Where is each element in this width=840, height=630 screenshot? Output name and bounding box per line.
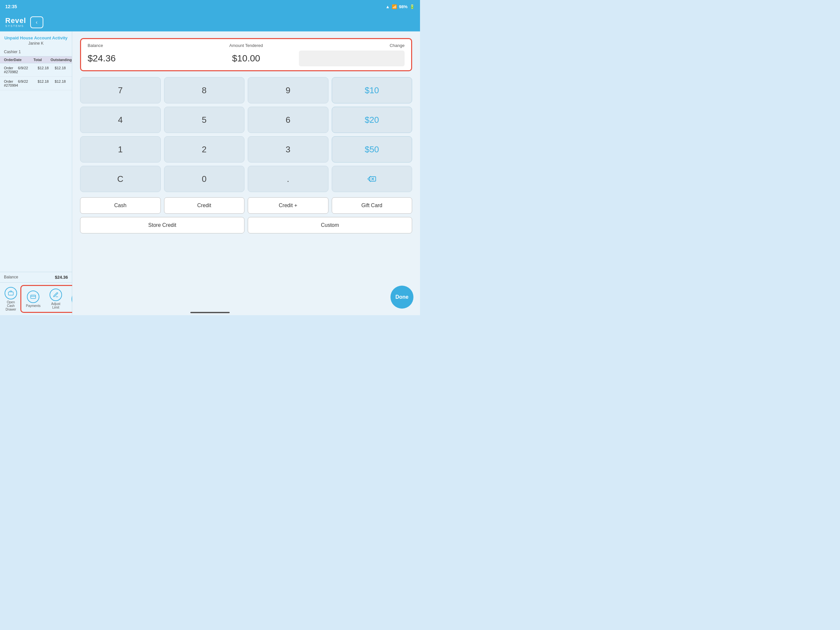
- num-9-button[interactable]: 9: [248, 77, 328, 103]
- home-indicator: [190, 312, 230, 313]
- order-total: $12.18: [38, 79, 55, 87]
- table-row[interactable]: Order #270982 6/9/22 $12.18 $12.18: [0, 63, 72, 77]
- col-order: Order: [4, 58, 14, 62]
- main-layout: Unpaid House Account Activity Janine K C…: [0, 32, 420, 315]
- payments-label: Payments: [26, 304, 40, 308]
- bottom-toolbar: OpenCash Drawer Payments: [0, 282, 72, 315]
- balance-label: Balance: [4, 275, 18, 280]
- col-outstanding: Outstanding: [51, 58, 72, 62]
- panel-balance-row: Balance $24.36: [0, 272, 72, 282]
- change-display: [299, 51, 404, 66]
- num-1-button[interactable]: 1: [80, 136, 161, 163]
- payment-methods: Cash Credit Credit + Gift Card Store Cre…: [80, 197, 412, 233]
- payment-display-box: Balance Amount Tendered Change $24.36 $1…: [80, 38, 412, 71]
- cash-drawer-label: OpenCash Drawer: [5, 301, 17, 311]
- backspace-button[interactable]: [332, 166, 412, 192]
- store-credit-button[interactable]: Store Credit: [80, 217, 245, 233]
- balance-value: $24.36: [55, 275, 68, 280]
- logo-sub: SYSTEMS: [5, 24, 24, 28]
- payments-icon: [27, 291, 39, 303]
- left-panel: Unpaid House Account Activity Janine K C…: [0, 32, 72, 315]
- numpad: 7 8 9 $10 4 5 6 $20 1 2 3 $50 C 0 .: [80, 77, 412, 192]
- payment-box-header: Balance Amount Tendered Change: [88, 43, 404, 48]
- amount-tendered-display: $10.00: [193, 53, 299, 64]
- num-4-button[interactable]: 4: [80, 107, 161, 133]
- credit-button[interactable]: Credit: [164, 197, 245, 214]
- order-total: $12.18: [38, 66, 55, 74]
- quick-20-button[interactable]: $20: [332, 107, 412, 133]
- back-icon: ‹: [36, 19, 38, 25]
- svg-rect-1: [31, 295, 36, 298]
- order-id: Order #270994: [4, 79, 18, 87]
- adjust-limit-icon: [49, 288, 62, 301]
- svg-rect-0: [8, 292, 13, 295]
- revel-logo: Revel SYSTEMS: [5, 17, 26, 28]
- back-button[interactable]: ‹: [30, 16, 43, 28]
- table-header: Order Date Total Outstanding: [0, 56, 72, 63]
- panel-title: Unpaid House Account Activity: [0, 35, 72, 41]
- payment-row-2: Store Credit Custom: [80, 217, 412, 233]
- wifi-icon: 📶: [392, 4, 397, 9]
- done-button[interactable]: Done: [390, 286, 414, 309]
- cashier-label: Cashier 1: [0, 48, 72, 56]
- order-date: 6/9/22: [18, 79, 38, 87]
- order-list: Unpaid House Account Activity Janine K C…: [0, 32, 72, 271]
- num-5-button[interactable]: 5: [164, 107, 245, 133]
- order-date: 6/9/22: [18, 66, 38, 74]
- gift-card-button[interactable]: Gift Card: [332, 197, 412, 214]
- status-icons: ▲ 📶 98% 🔋: [385, 4, 415, 9]
- battery-percent: 98%: [399, 4, 407, 9]
- payment-box-values: $24.36 $10.00: [88, 51, 404, 66]
- order-id: Order #270982: [4, 66, 18, 74]
- battery-icon: 🔋: [409, 4, 415, 9]
- amount-tendered-header: Amount Tendered: [193, 43, 299, 48]
- status-bar: 12:35 ▲ 📶 98% 🔋: [0, 0, 420, 13]
- time-display: 12:35: [5, 4, 17, 9]
- table-row[interactable]: Order #270994 6/9/22 $12.18 $12.18: [0, 77, 72, 90]
- payment-row-1: Cash Credit Credit + Gift Card: [80, 197, 412, 214]
- logo-text: Revel: [5, 17, 26, 24]
- num-6-button[interactable]: 6: [248, 107, 328, 133]
- decimal-button[interactable]: .: [248, 166, 328, 192]
- num-7-button[interactable]: 7: [80, 77, 161, 103]
- col-total: Total: [33, 58, 51, 62]
- nav-bar: Revel SYSTEMS ‹: [0, 13, 420, 32]
- balance-display: $24.36: [88, 53, 193, 64]
- open-cash-drawer-button[interactable]: OpenCash Drawer: [3, 286, 19, 313]
- right-panel: Balance Amount Tendered Change $24.36 $1…: [72, 32, 420, 315]
- adjust-limit-button[interactable]: Adjust Limit: [46, 287, 65, 310]
- custom-button[interactable]: Custom: [248, 217, 412, 233]
- signal-icon: ▲: [385, 4, 390, 9]
- col-date: Date: [14, 58, 33, 62]
- balance-header: Balance: [88, 43, 193, 48]
- credit-plus-button[interactable]: Credit +: [248, 197, 328, 214]
- num-0-button[interactable]: 0: [164, 166, 245, 192]
- num-8-button[interactable]: 8: [164, 77, 245, 103]
- adjust-limit-label: Adjust Limit: [48, 302, 63, 309]
- panel-subtitle: Janine K: [0, 41, 72, 48]
- cash-drawer-icon: [5, 287, 17, 299]
- num-2-button[interactable]: 2: [164, 136, 245, 163]
- cash-button[interactable]: Cash: [80, 197, 161, 214]
- num-3-button[interactable]: 3: [248, 136, 328, 163]
- quick-10-button[interactable]: $10: [332, 77, 412, 103]
- change-header: Change: [299, 43, 404, 48]
- quick-50-button[interactable]: $50: [332, 136, 412, 163]
- clear-button[interactable]: C: [80, 166, 161, 192]
- payments-button[interactable]: Payments: [24, 289, 42, 309]
